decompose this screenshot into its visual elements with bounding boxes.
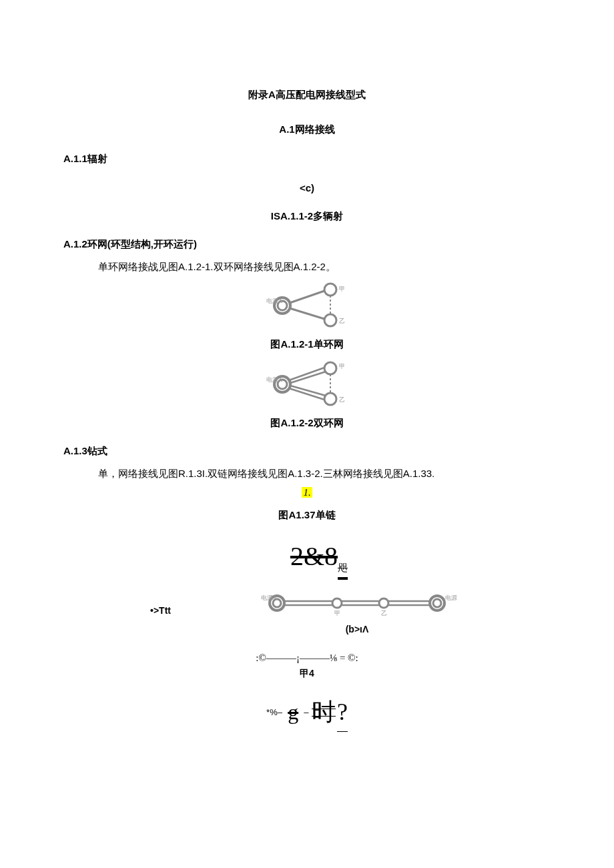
formula-caption: 甲4 (63, 666, 551, 681)
a137-caption: 图A1.37单链 (63, 507, 551, 523)
a13-highlight: 1. (302, 487, 312, 498)
svg-point-9 (324, 362, 336, 374)
fig-dc-mid1: 甲 (334, 610, 340, 616)
a121-caption: 图A.1.2-1单环网 (63, 336, 551, 352)
fig-a121-src: 电源A (266, 298, 283, 304)
ttt-label: •>Ttt (63, 603, 257, 618)
fancy-expression: *%– g – 时 ? (63, 693, 551, 733)
svg-point-2 (324, 284, 336, 296)
a11-heading: A.1.1辐射 (63, 151, 551, 167)
a11-label: ISA.1.1-2多辆射 (63, 208, 551, 224)
svg-line-5 (290, 308, 324, 319)
a12-heading: A.1.2环网(环型结构,开环运行) (63, 236, 551, 252)
svg-point-20 (430, 596, 444, 610)
fig-a122-n2: 乙 (339, 396, 345, 403)
figure-a122-double-ring: 电源A 甲 乙 (264, 358, 350, 410)
fig-a121-n2: 乙 (339, 318, 345, 324)
a12-body: 单环网络接战见图A.1.2-1.双环网络接线见图A.1.2-2。 (63, 259, 551, 275)
figure-double-chain: 电源A 甲 乙 电源B (257, 584, 457, 622)
fig-a122-n1: 甲 (339, 363, 345, 370)
svg-point-3 (324, 314, 336, 326)
fig-a121-n1: 甲 (339, 286, 345, 292)
a13-body: 单，网络接线见图R.1.3I.双链网络接线见图A.1.3-2.三林网络接线见图A… (63, 466, 551, 482)
svg-point-18 (332, 598, 342, 608)
a122-caption: 图A.1.2-2双环网 (63, 415, 551, 431)
fig-dc-srcA: 电源A (261, 594, 278, 601)
a11-c-marker: <c) (63, 180, 551, 196)
sub-b-caption: (b>ιΛ (257, 622, 457, 636)
svg-point-19 (379, 598, 388, 608)
section-a1: A.1网络接线 (63, 121, 551, 137)
appendix-title: 附录A高压配电网接线型式 (63, 87, 551, 103)
big-strike-text: 2&8咫 (75, 535, 563, 578)
fig-dc-srcB: 电源B (445, 594, 457, 601)
fig-dc-mid2: 乙 (381, 610, 387, 616)
figure-a121-single-ring: 电源A 甲 乙 (264, 279, 350, 331)
a13-heading: A.1.3钻式 (63, 443, 551, 459)
svg-point-10 (324, 393, 336, 405)
svg-line-4 (290, 291, 324, 303)
svg-point-21 (433, 599, 441, 607)
fig-a122-src: 电源A (266, 376, 283, 383)
formula-line: :©———¡———⅛ = ©: (63, 650, 551, 666)
